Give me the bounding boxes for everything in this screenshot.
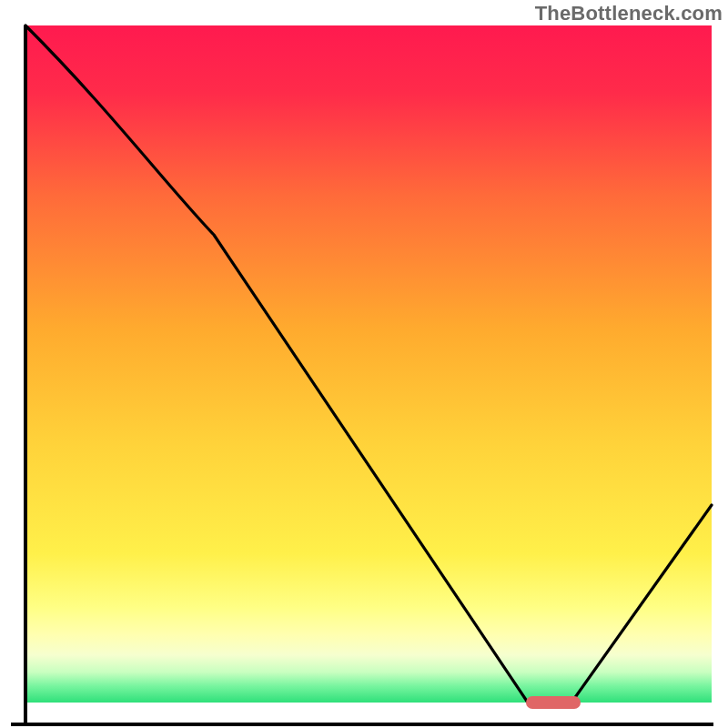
- chart-stage: TheBottleneck.com: [0, 0, 728, 728]
- optimal-range-marker: [526, 696, 581, 709]
- bottleneck-chart: [0, 0, 728, 728]
- plot-gradient-background: [25, 25, 712, 703]
- watermark-text: TheBottleneck.com: [535, 2, 723, 25]
